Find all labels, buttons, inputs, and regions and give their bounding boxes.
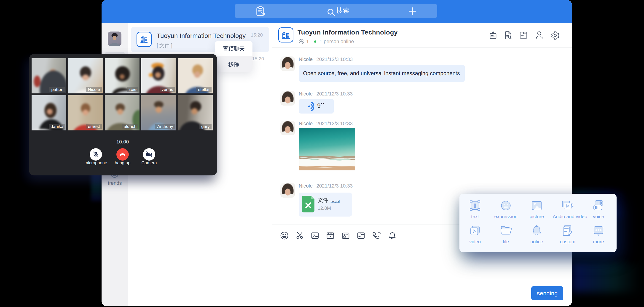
svg-text:I: I (474, 202, 476, 209)
